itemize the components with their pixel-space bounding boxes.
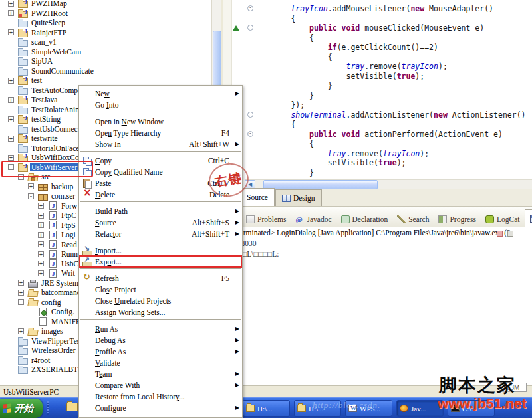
- menu-item-profile-as[interactable]: Profile As▶: [79, 346, 242, 357]
- tree-item-label: TutorialOnFace: [30, 144, 80, 152]
- submenu-arrow-icon: ▶: [233, 348, 239, 354]
- menu-item-export[interactable]: Export...: [79, 256, 242, 267]
- menu-item-run-as[interactable]: Run As▶: [79, 323, 242, 334]
- menu-item-go-into[interactable]: Go Into: [79, 99, 242, 110]
- console-view[interactable]: <terminated> LoginDialog [Java Applicati…: [221, 227, 532, 385]
- menu-item-open-in-new-window[interactable]: Open in New Window: [79, 116, 242, 127]
- menu-item-refactor[interactable]: RefactorAlt+Shift+T▶: [79, 228, 242, 239]
- menu-item-configure[interactable]: Configure▶: [79, 402, 242, 413]
- tab-problems[interactable]: Problems: [241, 211, 291, 227]
- menu-item-validate[interactable]: Validate: [79, 357, 242, 368]
- tab-design[interactable]: Design: [275, 189, 322, 206]
- expand-plus-icon[interactable]: +: [18, 280, 24, 286]
- fold-collapse-icon[interactable]: -: [247, 25, 253, 31]
- menu-icon-spacer: [82, 369, 93, 379]
- taskbar-button-4[interactable]: Jav...: [396, 400, 444, 417]
- fold-collapse-icon[interactable]: -: [247, 112, 253, 118]
- menu-item-copy[interactable]: CopyCtrl+C: [79, 155, 242, 166]
- expand-plus-icon[interactable]: +: [8, 155, 14, 161]
- menu-item-build-path[interactable]: Build Path▶: [79, 205, 242, 217]
- tree-item-test[interactable]: +test: [0, 76, 211, 86]
- expand-plus-icon[interactable]: +: [38, 203, 44, 209]
- watermark-blog-url: http://blog.csdn.: [313, 400, 380, 411]
- package-icon: [38, 184, 48, 191]
- menu-item-open-type-hierarchy[interactable]: Open Type HierarchyF4: [79, 127, 242, 138]
- logcat-icon: [485, 215, 494, 223]
- menu-icon-spacer: [82, 324, 93, 334]
- menu-item-new[interactable]: New▶: [79, 88, 242, 99]
- tab-search[interactable]: Search: [392, 211, 434, 227]
- folder-open-icon: [27, 300, 38, 306]
- java-code-editor[interactable]: trayIcon.addMouseListener(new MouseAdapt…: [223, 0, 532, 179]
- tree-item-pwzhmap[interactable]: +PWZHMap: [0, 0, 211, 9]
- tree-item-soundcommunicate[interactable]: SoundCommunicate: [0, 66, 211, 76]
- menu-item-label: Close Unrelated Projects: [93, 297, 233, 305]
- folder-icon: [18, 50, 28, 56]
- menu-item-restore-from-local-history[interactable]: Restore from Local History...: [79, 391, 242, 402]
- fold-collapse-icon[interactable]: -: [247, 5, 253, 11]
- menu-item-team[interactable]: Team▶: [79, 368, 242, 379]
- menu-item-compare-with[interactable]: Compare With▶: [79, 379, 242, 391]
- expand-plus-icon[interactable]: +: [38, 213, 44, 219]
- project-context-menu: New▶Go IntoOpen in New WindowOpen Type H…: [78, 85, 243, 418]
- editor-scrollbar-thumb[interactable]: [263, 180, 378, 189]
- expand-plus-icon[interactable]: +: [38, 261, 44, 266]
- tab-console[interactable]: Console×: [525, 209, 532, 227]
- expand-plus-icon[interactable]: +: [38, 222, 44, 228]
- collapse-minus-icon[interactable]: -: [18, 299, 24, 305]
- tab-logcat[interactable]: LogCat: [481, 211, 525, 227]
- editor-horizontal-scrollbar[interactable]: ◀: [245, 179, 532, 189]
- tab-declaration[interactable]: Declaration: [336, 211, 393, 227]
- expand-plus-icon[interactable]: +: [18, 328, 24, 334]
- tree-item-rainjetftp[interactable]: +RainjetFTP: [0, 28, 211, 38]
- expand-plus-icon[interactable]: +: [8, 29, 14, 35]
- expand-plus-icon[interactable]: +: [38, 241, 44, 247]
- expand-plus-icon[interactable]: +: [38, 232, 44, 238]
- expand-plus-icon[interactable]: +: [8, 78, 14, 84]
- tab-progress[interactable]: Progress: [434, 211, 481, 227]
- menu-icon-spacer: [82, 358, 93, 367]
- folder-icon: [18, 358, 28, 365]
- menu-item-source[interactable]: SourceAlt+Shift+S▶: [79, 217, 242, 228]
- tree-item-scan-v1[interactable]: scan_v1: [0, 37, 211, 47]
- tree-item-sipua[interactable]: SipUA: [0, 56, 211, 66]
- expand-plus-icon[interactable]: +: [8, 97, 14, 103]
- submenu-arrow-icon: ▶: [233, 405, 239, 411]
- tab-source[interactable]: Source: [240, 188, 275, 206]
- menu-item-label: Paste: [93, 179, 207, 187]
- collapse-minus-icon[interactable]: -: [28, 193, 34, 199]
- fold-collapse-icon[interactable]: -: [247, 131, 253, 137]
- expand-plus-icon[interactable]: +: [8, 1, 14, 7]
- expand-plus-icon[interactable]: +: [8, 10, 14, 16]
- menu-item-close-unrelated-projects[interactable]: Close Unrelated Projects: [79, 295, 242, 306]
- submenu-arrow-icon: ▶: [233, 208, 239, 214]
- tree-item-pwzhroot[interactable]: +PWZHRoot: [0, 9, 211, 19]
- expand-plus-icon[interactable]: +: [8, 136, 14, 142]
- expand-plus-icon[interactable]: +: [38, 270, 44, 276]
- tree-item-label: TestJava: [30, 96, 59, 104]
- code-area[interactable]: trayIcon.addMouseListener(new MouseAdapt…: [254, 4, 526, 177]
- tree-item-label: Writ: [60, 269, 76, 277]
- expand-plus-icon[interactable]: +: [8, 116, 14, 122]
- expand-plus-icon[interactable]: +: [28, 183, 34, 189]
- menu-item-debug-as[interactable]: Debug As▶: [79, 334, 242, 346]
- tree-item-quitesleep[interactable]: QuiteSleep: [0, 18, 211, 28]
- quicklaunch-folder-icon[interactable]: [66, 403, 78, 411]
- menu-accelerator: F4: [221, 129, 229, 137]
- menu-item-show-in[interactable]: Show InAlt+Shift+W▶: [79, 138, 242, 150]
- tree-item-simplewebcam[interactable]: SimpleWebCam: [0, 47, 211, 57]
- terminate-icon[interactable]: [497, 231, 503, 237]
- menu-item-import[interactable]: Import...: [79, 245, 242, 256]
- code-line: {: [254, 14, 526, 24]
- tab-javadoc[interactable]: Javadoc: [291, 211, 336, 227]
- menu-item-refresh[interactable]: RefreshF5: [79, 272, 242, 284]
- menu-item-close-project[interactable]: Close Project: [79, 284, 242, 295]
- menu-item-assign-working-sets[interactable]: Assign Working Sets...: [79, 306, 242, 318]
- menu-separator: [80, 319, 241, 322]
- start-button[interactable]: 开始: [0, 399, 43, 418]
- stamp-text: 右键: [213, 169, 244, 191]
- clear-console-icon[interactable]: [507, 231, 513, 237]
- taskbar-button-1[interactable]: H:\...: [243, 400, 290, 417]
- expand-plus-icon[interactable]: +: [38, 251, 44, 257]
- expand-plus-icon[interactable]: +: [18, 290, 24, 296]
